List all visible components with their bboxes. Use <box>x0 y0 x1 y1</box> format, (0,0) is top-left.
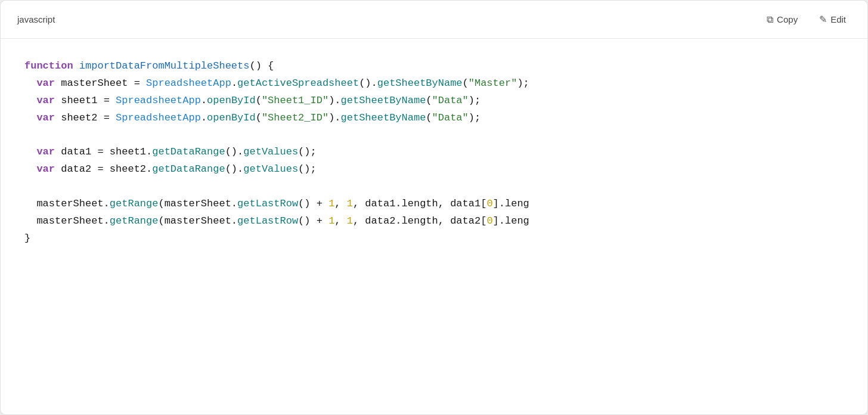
code-block-container: javascript ⧉ Copy ✎ Edit function import… <box>0 0 868 415</box>
code-body: function importDataFromMultipleSheets() … <box>1 39 867 271</box>
language-label: javascript <box>17 14 55 24</box>
copy-icon: ⧉ <box>767 14 773 25</box>
code-content: function importDataFromMultipleSheets() … <box>24 58 844 247</box>
copy-label: Copy <box>777 14 798 24</box>
edit-label: Edit <box>830 14 846 24</box>
copy-button[interactable]: ⧉ Copy <box>762 12 802 27</box>
edit-icon: ✎ <box>819 14 827 25</box>
code-block-header: javascript ⧉ Copy ✎ Edit <box>1 1 867 39</box>
edit-button[interactable]: ✎ Edit <box>814 11 851 27</box>
header-actions: ⧉ Copy ✎ Edit <box>762 11 851 27</box>
